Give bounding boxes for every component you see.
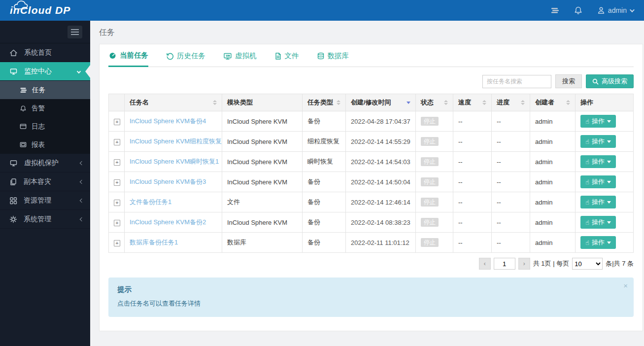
sidebar-item-reports[interactable]: 报表 <box>0 136 90 154</box>
creator-cell: admin <box>530 152 576 172</box>
task-name-link[interactable]: 数据库备份任务1 <box>130 239 178 246</box>
expand-row-icon[interactable]: + <box>114 240 120 246</box>
row-action-button[interactable]: ☝ 操作 <box>580 175 616 188</box>
expand-row-icon[interactable]: + <box>114 200 120 206</box>
chevron-left-icon <box>80 161 84 165</box>
tab-databases[interactable]: 数据库 <box>317 51 349 67</box>
gauge-icon <box>108 52 117 60</box>
sidebar-item-vm-protection[interactable]: 虚拟机保护 <box>0 154 90 173</box>
copy-icon <box>9 178 17 186</box>
creator-cell: admin <box>530 212 576 233</box>
col-progress[interactable]: 进度 <box>492 94 530 111</box>
notifications-bell-icon[interactable] <box>574 6 582 15</box>
tab-virtual-machines[interactable]: 虚拟机 <box>223 51 257 67</box>
col-status[interactable]: 状态 <box>416 94 453 111</box>
col-creator[interactable]: 创建者 <box>530 94 576 111</box>
creator-cell: admin <box>530 192 576 212</box>
sidebar-item-monitoring-center[interactable]: 监控中心 <box>0 62 90 81</box>
speed-cell: -- <box>453 192 492 212</box>
hand-pointer-icon: ☝ <box>585 199 589 206</box>
sidebar-item-logs[interactable]: 日志 <box>0 117 90 136</box>
hand-pointer-icon: ☝ <box>585 138 589 145</box>
row-action-button[interactable]: ☝ 操作 <box>580 135 616 148</box>
module-type-cell: 数据库 <box>222 233 303 253</box>
chevron-down-icon <box>630 7 635 12</box>
row-action-button[interactable]: ☝ 操作 <box>580 216 616 229</box>
close-icon[interactable]: × <box>623 281 628 290</box>
tab-current-tasks[interactable]: 当前任务 <box>108 51 148 67</box>
chevron-down-icon <box>607 120 611 123</box>
table-row: + InCloud Sphere KVM备份3 InCloud Sphere K… <box>109 172 634 192</box>
advanced-search-button[interactable]: 高级搜索 <box>586 74 634 88</box>
page-number-input[interactable] <box>494 258 515 270</box>
progress-cell: -- <box>492 132 530 152</box>
chevron-left-icon <box>80 217 84 221</box>
expand-row-icon[interactable]: + <box>114 139 120 145</box>
sidebar-item-alerts[interactable]: 告警 <box>0 99 90 117</box>
sidebar-item-replica-dr[interactable]: 副本容灾 <box>0 173 90 191</box>
tab-history-tasks[interactable]: 历史任务 <box>166 51 205 67</box>
tab-files[interactable]: 文件 <box>274 51 299 67</box>
col-create-time[interactable]: 创建/修改时间 <box>346 94 416 111</box>
sidebar-submenu: 任务 告警 日志 报表 <box>0 81 90 154</box>
tip-box: 提示 点击任务名可以查看任务详情 × <box>108 277 634 317</box>
tip-text: 点击任务名可以查看任务详情 <box>117 299 625 308</box>
sidebar-item-resource-mgmt[interactable]: 资源管理 <box>0 191 90 210</box>
chevron-down-icon <box>607 161 611 163</box>
tasks-table: 任务名 模块类型 任务类型 创建/修改时间 状态 速度 进度 创建者 操作 + … <box>108 94 634 253</box>
sidebar-collapse-button[interactable] <box>68 26 82 38</box>
status-badge: 停止 <box>421 198 439 207</box>
search-input[interactable] <box>482 75 551 88</box>
task-name-link[interactable]: InCloud Sphere KVM备份4 <box>130 117 206 125</box>
hand-pointer-icon: ☝ <box>585 179 589 185</box>
user-menu[interactable]: admin <box>597 6 633 14</box>
expand-row-icon[interactable]: + <box>114 159 120 166</box>
task-name-link[interactable]: InCloud Sphere KVM备份3 <box>130 178 206 185</box>
tasks-icon <box>20 87 27 94</box>
expand-row-icon[interactable]: + <box>114 220 120 226</box>
col-speed[interactable]: 速度 <box>453 94 492 111</box>
prev-page-button[interactable]: ‹ <box>479 258 491 270</box>
sidebar-item-system-mgmt[interactable]: 系统管理 <box>0 210 90 229</box>
chevron-down-icon <box>607 140 611 143</box>
task-type-cell: 瞬时恢复 <box>303 152 346 172</box>
chevron-down-icon <box>77 69 81 73</box>
row-action-button[interactable]: ☝ 操作 <box>580 115 616 128</box>
status-badge: 停止 <box>421 238 439 247</box>
file-icon <box>274 52 282 60</box>
chevron-left-icon <box>80 179 84 183</box>
expand-row-icon[interactable]: + <box>114 119 120 125</box>
history-icon <box>166 52 174 60</box>
task-name-link[interactable]: InCloud Sphere KVM备份2 <box>130 218 206 226</box>
creator-cell: admin <box>530 132 576 152</box>
row-action-button[interactable]: ☝ 操作 <box>580 155 616 168</box>
search-button[interactable]: 搜索 <box>555 74 582 88</box>
next-page-button[interactable]: › <box>518 258 530 270</box>
home-icon <box>9 49 18 57</box>
status-badge: 停止 <box>421 157 439 166</box>
tasks-card: 当前任务 历史任务 虚拟机 <box>99 44 643 331</box>
pagination: ‹ › 共 1页 | 每页 10 条|共 7 条 <box>108 258 634 270</box>
page-size-select[interactable]: 10 <box>572 258 603 270</box>
task-name-link[interactable]: InCloud Sphere KVM瞬时恢复1 <box>130 158 219 165</box>
sidebar-item-home[interactable]: 系统首页 <box>0 43 90 62</box>
expand-row-icon[interactable]: + <box>114 179 120 186</box>
speed-cell: -- <box>453 212 492 233</box>
col-task-name[interactable]: 任务名 <box>125 94 222 111</box>
table-row: + InCloud Sphere KVM瞬时恢复1 InCloud Sphere… <box>109 152 634 172</box>
sidebar-item-tasks[interactable]: 任务 <box>0 81 90 99</box>
col-actions: 操作 <box>576 94 634 111</box>
server-list-icon[interactable] <box>550 6 559 14</box>
task-name-link[interactable]: 文件备份任务1 <box>130 198 171 206</box>
row-action-button[interactable]: ☝ 操作 <box>580 236 616 249</box>
progress-cell: -- <box>492 212 530 233</box>
create-time-cell: 2022-04-28 17:04:37 <box>346 111 416 132</box>
main-content: 任务 当前任务 历史任务 <box>90 21 644 346</box>
row-action-button[interactable]: ☝ 操作 <box>580 196 616 208</box>
col-task-type[interactable]: 任务类型 <box>303 94 346 111</box>
speed-cell: -- <box>453 152 492 172</box>
speed-cell: -- <box>453 233 492 253</box>
chevron-down-icon <box>607 242 611 244</box>
task-name-link[interactable]: InCloud Sphere KVM细粒度恢复1 <box>130 138 222 145</box>
create-time-cell: 2022-02-14 14:54:03 <box>346 152 416 172</box>
